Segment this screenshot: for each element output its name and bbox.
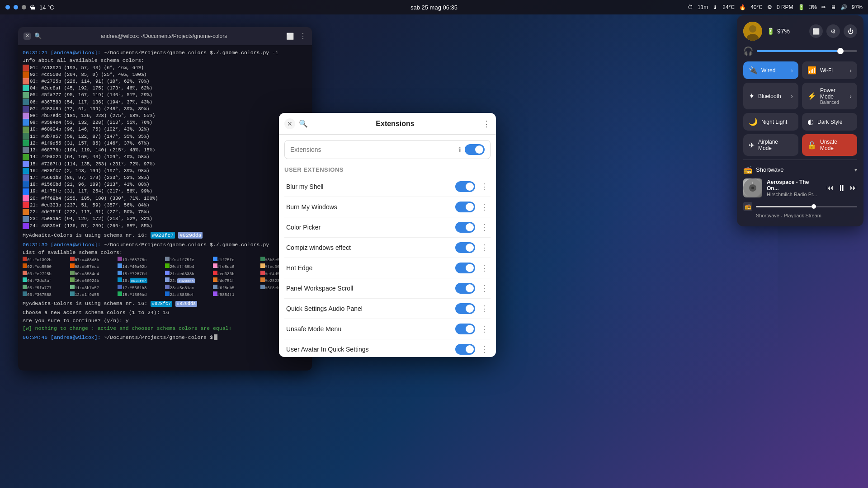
shortwave-track-name: Aerospace - The On... <box>767 179 822 192</box>
temperature: 14 °C <box>39 4 54 11</box>
volume-slider[interactable] <box>757 50 857 52</box>
ext-item-panel-workspace: Panel Workspace Scroll ⋮ <box>284 278 491 299</box>
shortwave-album-art <box>743 178 762 197</box>
qs-volume-row: 🎧 <box>743 46 857 56</box>
qs-tile-unsafemode[interactable]: 🔓 Unsafe Mode <box>802 134 857 156</box>
ext-name-blur-my-shell: Blur my Shell <box>286 183 450 190</box>
qs-divider <box>743 160 857 160</box>
unsafemode-icon: 🔓 <box>807 141 816 150</box>
ext-toggle-panel-workspace[interactable] <box>455 283 475 294</box>
temp-icon: 🌡 <box>712 4 718 10</box>
ext-more-blur-my-shell[interactable]: ⋮ <box>481 182 489 192</box>
extensions-body: ℹ User Extensions Blur my Shell ⋮ Burn M… <box>279 135 496 357</box>
terminal-search-button[interactable]: 🔍 <box>34 33 42 40</box>
ext-item-compiz: Compiz windows effect ⋮ <box>284 238 491 258</box>
schema-color1: #028fc7 <box>151 232 175 239</box>
extensions-menu-button[interactable]: ⋮ <box>482 119 491 129</box>
term-prompt-1: 06:31:21 [andrea@wilcox]: <box>23 50 101 56</box>
shortwave-header: 📻 Shortwave ▾ <box>743 165 857 174</box>
shortwave-pause-button[interactable]: ⏸ <box>837 183 846 193</box>
svg-point-1 <box>749 25 756 33</box>
ext-item-blur-my-shell: Blur my Shell ⋮ <box>284 177 491 197</box>
terminal-body[interactable]: 06:31:21 [andrea@wilcox]: ~/Documents/Pr… <box>18 45 312 371</box>
shortwave-title: Shortwave <box>756 166 851 173</box>
shortwave-chevron-icon[interactable]: ▾ <box>854 167 857 173</box>
qs-screenshot-button[interactable]: ⬜ <box>809 24 823 38</box>
ext-toggle-blur-my-shell[interactable] <box>455 181 475 192</box>
extensions-search-bar: ℹ <box>284 140 491 159</box>
extensions-master-toggle[interactable] <box>465 144 485 155</box>
schema-color2: #829dda <box>178 232 203 239</box>
battery-icon: 🔋 <box>798 4 805 10</box>
volume-slider-thumb <box>837 48 844 54</box>
ext-item-quick-settings-audio: Quick Settings Audio Panel ⋮ <box>284 299 491 319</box>
volume-icon: 🔊 <box>840 4 847 10</box>
term-info-label: Info about all available schema colors: <box>23 56 307 64</box>
screen-icon: 🖥 <box>830 4 836 10</box>
qs-settings-button[interactable]: ⚙ <box>826 24 840 38</box>
topbar-right: ⏱11m 🌡24°C 🔥40°C ⚙0 RPM 🔋3% ✏ 🖥 🔊 97% <box>688 4 863 10</box>
extensions-search-input[interactable] <box>290 146 455 153</box>
wired-icon: 🔌 <box>749 66 758 75</box>
extensions-info-button[interactable]: ℹ <box>458 145 461 154</box>
terminal-more-button[interactable]: ⋮ <box>299 32 307 40</box>
qs-shortwave-section: 📻 Shortwave ▾ Aerospace - The On... Hirs… <box>743 164 857 220</box>
qs-tile-powermode[interactable]: ⚡ Power Mode Balanced › <box>802 83 857 109</box>
extensions-close-button[interactable]: ✕ <box>284 118 295 129</box>
ext-toggle-burn-my-windows[interactable] <box>455 202 475 212</box>
ext-toggle-quick-settings-audio[interactable] <box>455 303 475 314</box>
qs-tile-wired[interactable]: 🔌 Wired › <box>743 61 798 79</box>
user-avatar <box>743 22 762 41</box>
qs-tile-darkstyle[interactable]: ◐ Dark Style <box>802 113 857 131</box>
shortwave-app-icon: 📻 <box>743 165 752 174</box>
ext-more-unsafe-mode[interactable]: ⋮ <box>481 324 489 334</box>
wifi-label: Wi-Fi <box>820 67 846 74</box>
topbar-datetime: sab 25 mag 06:35 <box>410 4 458 11</box>
shortwave-progress-bar[interactable] <box>756 206 857 207</box>
ext-more-user-avatar[interactable]: ⋮ <box>481 344 489 354</box>
ext-more-color-picker[interactable]: ⋮ <box>481 222 489 232</box>
ext-more-hot-edge[interactable]: ⋮ <box>481 263 489 273</box>
ext-toggle-hot-edge[interactable] <box>455 263 475 273</box>
shortwave-track-info: Aerospace - The On... Hirschmilch Radio … <box>767 179 822 197</box>
shortwave-progress-row: 📻 <box>743 202 857 211</box>
ext-more-panel-workspace[interactable]: ⋮ <box>481 283 489 293</box>
qs-tile-bluetooth[interactable]: ✦ Bluetooth › <box>743 83 798 109</box>
prompt-continue: Are you sure to continue? (y/n): y <box>23 317 307 324</box>
qs-power-button[interactable]: ⏻ <box>844 24 857 38</box>
ext-more-quick-settings-audio[interactable]: ⋮ <box>481 304 489 314</box>
ext-more-compiz[interactable]: ⋮ <box>481 243 489 253</box>
ext-toggle-color-picker[interactable] <box>455 222 475 233</box>
ext-toggle-compiz[interactable] <box>455 242 475 253</box>
powermode-icon: ⚡ <box>807 92 816 100</box>
shortwave-small-icon: 📻 <box>743 202 752 211</box>
terminal-window: ✕ 🔍 andrea@wilcox:~/Documents/Projects/g… <box>18 27 312 371</box>
quick-settings-panel: 🔋 97% ⬜ ⚙ ⏻ 🎧 🔌 Wired › 📶 Wi-Fi › <box>737 15 863 226</box>
prompt-choose: Choose a new accent schema colors (1 to … <box>23 309 307 316</box>
ext-more-burn-my-windows[interactable]: ⋮ <box>481 202 489 212</box>
bluetooth-arrow-icon: › <box>791 93 793 100</box>
shortwave-station: Hirschmilch Radio Pr... <box>767 192 821 197</box>
qs-tile-wifi[interactable]: 📶 Wi-Fi › <box>802 61 857 79</box>
airplanemode-label: Airplane Mode <box>758 139 793 151</box>
qs-tile-nightlight[interactable]: 🌙 Night Light <box>743 113 798 131</box>
shortwave-stream-label: Shortwave - Playback Stream <box>743 213 857 218</box>
terminal-expand-button[interactable]: ⬜ <box>286 33 294 40</box>
extensions-search-button[interactable]: 🔍 <box>299 119 308 128</box>
terminal-close-button[interactable]: ✕ <box>24 33 31 40</box>
ext-item-hot-edge: Hot Edge ⋮ <box>284 258 491 278</box>
ext-toggle-unsafe-mode[interactable] <box>455 324 475 334</box>
ext-toggle-user-avatar[interactable] <box>455 344 475 355</box>
qs-tile-airplanemode[interactable]: ✈ Airplane Mode <box>743 134 798 156</box>
extensions-title: Extensions <box>311 120 479 128</box>
shortwave-prev-button[interactable]: ⏮ <box>826 184 834 192</box>
rpm-icon: ⚙ <box>767 4 772 10</box>
ext-name-color-picker: Color Picker <box>286 224 450 231</box>
wired-label: Wired <box>761 67 787 74</box>
powermode-label: Power Mode Balanced <box>820 87 846 105</box>
topbar-left: 🌥 14 °C <box>5 4 54 11</box>
shortwave-next-button[interactable]: ⏭ <box>850 184 857 192</box>
edit-icon: ✏ <box>821 4 826 10</box>
term-prompt-3: 06:34:46 [andrea@wilcox]: <box>23 334 101 340</box>
shortwave-player: Aerospace - The On... Hirschmilch Radio … <box>743 178 857 197</box>
